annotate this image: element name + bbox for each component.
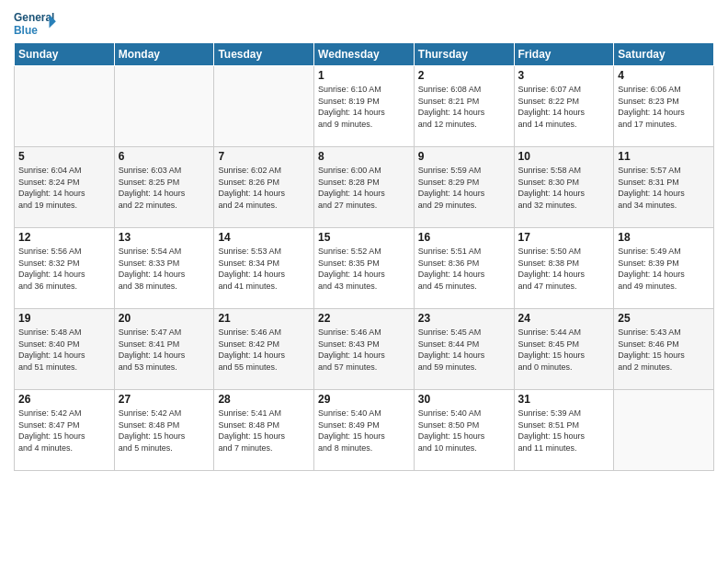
calendar-cell: 1Sunrise: 6:10 AM Sunset: 8:19 PM Daylig… <box>314 66 415 147</box>
cell-info: Sunrise: 5:39 AM Sunset: 8:51 PM Dayligh… <box>518 408 610 454</box>
calendar-cell: 31Sunrise: 5:39 AM Sunset: 8:51 PM Dayli… <box>514 390 614 471</box>
cell-info: Sunrise: 6:07 AM Sunset: 8:22 PM Dayligh… <box>518 84 610 130</box>
week-row-1: 1Sunrise: 6:10 AM Sunset: 8:19 PM Daylig… <box>15 66 714 147</box>
day-header-tuesday: Tuesday <box>214 43 314 66</box>
day-header-wednesday: Wednesday <box>314 43 415 66</box>
calendar-cell: 25Sunrise: 5:43 AM Sunset: 8:46 PM Dayli… <box>614 309 714 390</box>
cell-info: Sunrise: 6:06 AM Sunset: 8:23 PM Dayligh… <box>618 84 710 130</box>
day-headers-row: SundayMondayTuesdayWednesdayThursdayFrid… <box>15 43 714 66</box>
cell-info: Sunrise: 5:49 AM Sunset: 8:39 PM Dayligh… <box>618 246 710 292</box>
day-number: 27 <box>119 393 210 406</box>
cell-info: Sunrise: 5:48 AM Sunset: 8:40 PM Dayligh… <box>18 327 110 373</box>
svg-text:General: General <box>14 11 54 24</box>
calendar-cell: 24Sunrise: 5:44 AM Sunset: 8:45 PM Dayli… <box>514 309 614 390</box>
calendar-cell: 3Sunrise: 6:07 AM Sunset: 8:22 PM Daylig… <box>514 66 614 147</box>
calendar-cell: 19Sunrise: 5:48 AM Sunset: 8:40 PM Dayli… <box>15 309 115 390</box>
day-number: 12 <box>18 231 110 244</box>
day-number: 13 <box>119 231 210 244</box>
calendar-cell: 14Sunrise: 5:53 AM Sunset: 8:34 PM Dayli… <box>214 228 314 309</box>
calendar-cell: 29Sunrise: 5:40 AM Sunset: 8:49 PM Dayli… <box>314 390 415 471</box>
week-row-4: 19Sunrise: 5:48 AM Sunset: 8:40 PM Dayli… <box>15 309 714 390</box>
calendar-cell: 18Sunrise: 5:49 AM Sunset: 8:39 PM Dayli… <box>614 228 714 309</box>
day-number: 26 <box>18 393 110 406</box>
day-number: 1 <box>318 69 410 82</box>
cell-info: Sunrise: 5:53 AM Sunset: 8:34 PM Dayligh… <box>218 246 310 292</box>
cell-info: Sunrise: 5:46 AM Sunset: 8:42 PM Dayligh… <box>218 327 310 373</box>
day-number: 28 <box>218 393 310 406</box>
cell-info: Sunrise: 5:41 AM Sunset: 8:48 PM Dayligh… <box>218 408 310 454</box>
week-row-2: 5Sunrise: 6:04 AM Sunset: 8:24 PM Daylig… <box>15 147 714 228</box>
calendar-cell: 15Sunrise: 5:52 AM Sunset: 8:35 PM Dayli… <box>314 228 415 309</box>
day-number: 4 <box>618 69 710 82</box>
calendar-cell: 23Sunrise: 5:45 AM Sunset: 8:44 PM Dayli… <box>414 309 514 390</box>
cell-info: Sunrise: 6:10 AM Sunset: 8:19 PM Dayligh… <box>318 84 410 130</box>
cell-info: Sunrise: 5:43 AM Sunset: 8:46 PM Dayligh… <box>618 327 710 373</box>
day-header-sunday: Sunday <box>15 43 115 66</box>
day-number: 8 <box>318 150 410 163</box>
day-number: 11 <box>618 150 710 163</box>
cell-info: Sunrise: 5:40 AM Sunset: 8:50 PM Dayligh… <box>418 408 510 454</box>
cell-info: Sunrise: 5:52 AM Sunset: 8:35 PM Dayligh… <box>318 246 410 292</box>
cell-info: Sunrise: 6:08 AM Sunset: 8:21 PM Dayligh… <box>418 84 510 130</box>
calendar-table: SundayMondayTuesdayWednesdayThursdayFrid… <box>14 42 714 471</box>
calendar-cell: 8Sunrise: 6:00 AM Sunset: 8:28 PM Daylig… <box>314 147 415 228</box>
week-row-5: 26Sunrise: 5:42 AM Sunset: 8:47 PM Dayli… <box>15 390 714 471</box>
cell-info: Sunrise: 5:58 AM Sunset: 8:30 PM Dayligh… <box>518 165 610 211</box>
cell-info: Sunrise: 5:50 AM Sunset: 8:38 PM Dayligh… <box>518 246 610 292</box>
cell-info: Sunrise: 5:56 AM Sunset: 8:32 PM Dayligh… <box>18 246 110 292</box>
cell-info: Sunrise: 6:02 AM Sunset: 8:26 PM Dayligh… <box>218 165 310 211</box>
day-number: 16 <box>418 231 510 244</box>
day-number: 31 <box>518 393 610 406</box>
logo: GeneralBlue <box>14 9 64 37</box>
day-header-friday: Friday <box>514 43 614 66</box>
calendar-cell: 4Sunrise: 6:06 AM Sunset: 8:23 PM Daylig… <box>614 66 714 147</box>
logo-icon: GeneralBlue <box>14 9 64 37</box>
calendar-cell: 22Sunrise: 5:46 AM Sunset: 8:43 PM Dayli… <box>314 309 415 390</box>
cell-info: Sunrise: 5:54 AM Sunset: 8:33 PM Dayligh… <box>119 246 210 292</box>
day-number: 5 <box>18 150 110 163</box>
calendar-cell: 7Sunrise: 6:02 AM Sunset: 8:26 PM Daylig… <box>214 147 314 228</box>
calendar-cell: 26Sunrise: 5:42 AM Sunset: 8:47 PM Dayli… <box>15 390 115 471</box>
day-header-saturday: Saturday <box>614 43 714 66</box>
day-number: 29 <box>318 393 410 406</box>
cell-info: Sunrise: 5:40 AM Sunset: 8:49 PM Dayligh… <box>318 408 410 454</box>
calendar-cell: 20Sunrise: 5:47 AM Sunset: 8:41 PM Dayli… <box>114 309 214 390</box>
calendar-cell: 11Sunrise: 5:57 AM Sunset: 8:31 PM Dayli… <box>614 147 714 228</box>
day-header-thursday: Thursday <box>414 43 514 66</box>
day-number: 23 <box>418 312 510 325</box>
day-number: 21 <box>218 312 310 325</box>
day-header-monday: Monday <box>114 43 214 66</box>
day-number: 17 <box>518 231 610 244</box>
cell-info: Sunrise: 5:57 AM Sunset: 8:31 PM Dayligh… <box>618 165 710 211</box>
day-number: 20 <box>119 312 210 325</box>
calendar-cell: 10Sunrise: 5:58 AM Sunset: 8:30 PM Dayli… <box>514 147 614 228</box>
cell-info: Sunrise: 6:00 AM Sunset: 8:28 PM Dayligh… <box>318 165 410 211</box>
day-number: 30 <box>418 393 510 406</box>
day-number: 10 <box>518 150 610 163</box>
cell-info: Sunrise: 5:42 AM Sunset: 8:47 PM Dayligh… <box>18 408 110 454</box>
calendar-cell <box>214 66 314 147</box>
day-number: 2 <box>418 69 510 82</box>
week-row-3: 12Sunrise: 5:56 AM Sunset: 8:32 PM Dayli… <box>15 228 714 309</box>
day-number: 3 <box>518 69 610 82</box>
calendar-cell: 9Sunrise: 5:59 AM Sunset: 8:29 PM Daylig… <box>414 147 514 228</box>
day-number: 18 <box>618 231 710 244</box>
cell-info: Sunrise: 5:42 AM Sunset: 8:48 PM Dayligh… <box>119 408 210 454</box>
cell-info: Sunrise: 6:03 AM Sunset: 8:25 PM Dayligh… <box>119 165 210 211</box>
calendar-cell: 21Sunrise: 5:46 AM Sunset: 8:42 PM Dayli… <box>214 309 314 390</box>
calendar-cell <box>114 66 214 147</box>
calendar-cell: 12Sunrise: 5:56 AM Sunset: 8:32 PM Dayli… <box>15 228 115 309</box>
calendar-cell <box>15 66 115 147</box>
calendar-cell: 27Sunrise: 5:42 AM Sunset: 8:48 PM Dayli… <box>114 390 214 471</box>
calendar-cell: 28Sunrise: 5:41 AM Sunset: 8:48 PM Dayli… <box>214 390 314 471</box>
calendar-cell: 5Sunrise: 6:04 AM Sunset: 8:24 PM Daylig… <box>15 147 115 228</box>
day-number: 15 <box>318 231 410 244</box>
calendar-cell: 6Sunrise: 6:03 AM Sunset: 8:25 PM Daylig… <box>114 147 214 228</box>
cell-info: Sunrise: 5:46 AM Sunset: 8:43 PM Dayligh… <box>318 327 410 373</box>
cell-info: Sunrise: 5:45 AM Sunset: 8:44 PM Dayligh… <box>418 327 510 373</box>
day-number: 22 <box>318 312 410 325</box>
cell-info: Sunrise: 5:59 AM Sunset: 8:29 PM Dayligh… <box>418 165 510 211</box>
cell-info: Sunrise: 5:51 AM Sunset: 8:36 PM Dayligh… <box>418 246 510 292</box>
calendar-cell: 2Sunrise: 6:08 AM Sunset: 8:21 PM Daylig… <box>414 66 514 147</box>
day-number: 24 <box>518 312 610 325</box>
